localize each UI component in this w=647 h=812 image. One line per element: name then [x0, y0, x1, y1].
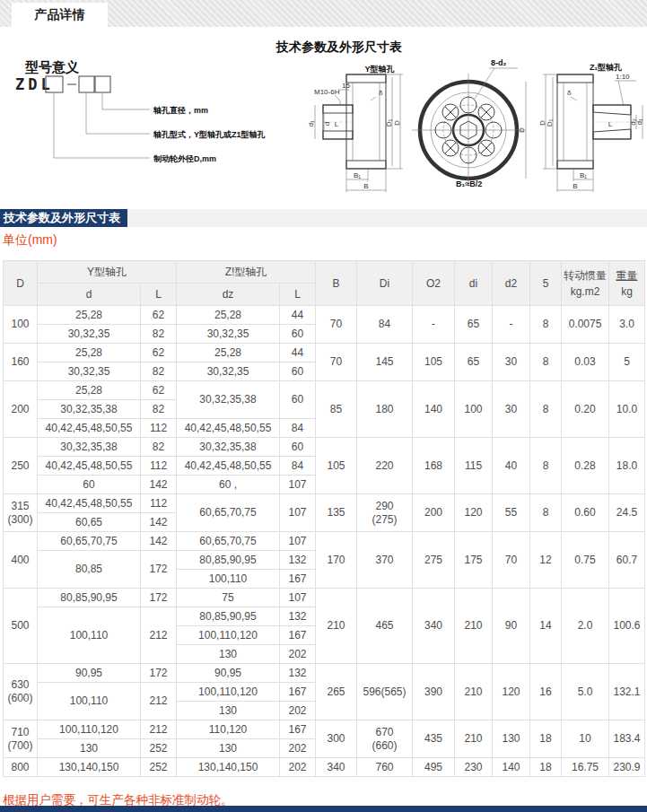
- header-cell: 转动惯量 kg.m2: [562, 261, 609, 306]
- data-cell: 90,95: [38, 664, 141, 683]
- data-cell: 200: [413, 494, 455, 532]
- data-cell: 130,140,150: [38, 758, 141, 777]
- data-cell: 80,85,90,95: [177, 607, 280, 626]
- unit-note: 单位(mm): [3, 232, 57, 249]
- data-cell: 30: [493, 344, 530, 381]
- data-cell: 107: [280, 494, 316, 532]
- data-row: 710 (700)100,110,120212110,120167300670 …: [4, 720, 645, 739]
- data-cell: 8: [530, 344, 562, 381]
- data-cell: 230: [455, 758, 493, 777]
- dim-d1: d₁: [307, 120, 315, 127]
- dim-B: B: [363, 182, 368, 190]
- data-cell: 210: [455, 664, 493, 720]
- data-cell: 142: [141, 532, 177, 551]
- data-cell: 435: [413, 720, 455, 758]
- dim-m10: M10-6H: [314, 88, 340, 96]
- data-cell: 60.7: [609, 532, 645, 589]
- data-cell: 60 ,: [177, 476, 280, 494]
- data-cell: 300: [316, 720, 357, 758]
- data-row: 800130,140,150252130,140,150202340760495…: [4, 758, 645, 777]
- data-cell: 230.9: [609, 758, 645, 777]
- dim-delta: δ: [379, 89, 383, 97]
- dim-L: L: [335, 120, 339, 128]
- data-cell: 210: [455, 720, 493, 758]
- z-view-label: Z₁型轴孔: [590, 63, 622, 72]
- data-cell: 16.75: [562, 758, 609, 777]
- annotation-outer-diameter: 制动轮外径D,mm: [153, 154, 216, 163]
- data-cell: -: [413, 306, 455, 344]
- dim-15: 15: [342, 82, 350, 90]
- header-cell: Y型轴孔: [38, 261, 177, 284]
- data-cell: 112: [141, 419, 177, 438]
- data-cell: 30,32,35: [38, 362, 141, 381]
- data-cell: 40,42,45,48,50,55: [177, 457, 280, 476]
- data-cell: 25,28: [38, 344, 141, 362]
- data-cell: 167: [280, 720, 316, 739]
- data-cell: 132: [280, 664, 316, 683]
- data-cell: 175: [455, 532, 493, 589]
- data-cell: 100,110: [177, 570, 280, 589]
- data-cell: 400: [4, 532, 38, 589]
- data-cell: 130: [177, 702, 280, 720]
- data-cell: 202: [280, 758, 316, 777]
- data-cell: 30,32,35,38: [177, 381, 280, 419]
- data-cell: 290 (275): [357, 494, 413, 532]
- dim-B1z: B₁: [580, 171, 587, 179]
- data-cell: 172: [141, 664, 177, 683]
- data-cell: 202: [280, 739, 316, 758]
- data-cell: 30,32,35: [38, 325, 141, 344]
- annotation-bore-diameter: 轴孔直径，mm: [153, 106, 208, 115]
- data-cell: 100,110,120: [177, 626, 280, 645]
- data-cell: 107: [280, 476, 316, 494]
- data-cell: 84: [280, 457, 316, 476]
- specs-table-head: DY型轴孔Z!型轴孔BDiO2did25转动惯量 kg.m2重量kgdLdzL: [4, 261, 645, 306]
- data-cell: 500: [4, 589, 38, 664]
- data-cell: 62: [141, 306, 177, 325]
- data-cell: 25,28: [177, 306, 280, 325]
- params-section-title: 技术参数及外形尺寸表: [0, 209, 127, 227]
- header-cell: L: [280, 284, 316, 306]
- data-cell: 100.6: [609, 589, 645, 664]
- data-cell: 3.0: [609, 306, 645, 344]
- data-cell: 30,32,35: [177, 362, 280, 381]
- data-cell: 60: [280, 381, 316, 419]
- data-cell: 670 (660): [357, 720, 413, 758]
- data-cell: 100: [455, 381, 493, 438]
- data-cell: 62: [141, 344, 177, 362]
- tab-product-detail[interactable]: 产品详情: [12, 3, 108, 27]
- data-cell: 340: [413, 589, 455, 664]
- specs-table: DY型轴孔Z!型轴孔BDiO2did25转动惯量 kg.m2重量kgdLdzL …: [3, 260, 645, 777]
- data-cell: 40,42,45,48,50,55: [38, 457, 141, 476]
- data-cell: 24.5: [609, 494, 645, 532]
- data-cell: 18.0: [609, 438, 645, 494]
- data-cell: 40,42,45,48,50,55: [177, 419, 280, 438]
- data-cell: 30,32,35,38: [177, 438, 280, 457]
- model-code: ZDL: [15, 75, 54, 93]
- data-row: 315 (300)40,42,45,48,50,5511260,65,70,75…: [4, 494, 645, 513]
- data-cell: 18: [530, 758, 562, 777]
- data-cell: 90: [493, 589, 530, 664]
- annotation-bore-type: 轴孔型式，Y型轴孔或Z1型轴孔: [153, 130, 266, 139]
- data-cell: 140: [493, 758, 530, 777]
- data-cell: 25,28: [38, 381, 141, 400]
- data-cell: 160: [4, 344, 38, 381]
- data-cell: 25,28: [38, 306, 141, 325]
- data-row: 20025,286230,32,35,3860851801401003080.2…: [4, 381, 645, 400]
- data-cell: 65: [455, 344, 493, 381]
- y-view-label: Y型轴孔: [364, 65, 394, 74]
- data-cell: 167: [280, 626, 316, 645]
- header-cell: d: [38, 284, 141, 306]
- data-cell: 62: [141, 381, 177, 400]
- data-cell: 70: [493, 532, 530, 589]
- data-cell: 115: [455, 438, 493, 494]
- data-cell: 112: [141, 494, 177, 513]
- data-cell: 210: [316, 589, 357, 664]
- header-cell: 重量kg: [609, 261, 645, 306]
- data-cell: 172: [141, 551, 177, 589]
- header-cell: Z!型轴孔: [177, 261, 316, 284]
- data-cell: 212: [141, 720, 177, 739]
- data-cell: 167: [280, 683, 316, 702]
- data-cell: 130,140,150: [177, 758, 280, 777]
- data-row: 50080,85,90,951727510721046534021090142.…: [4, 589, 645, 607]
- data-row: 16025,286225,284470145105653080.035: [4, 344, 645, 362]
